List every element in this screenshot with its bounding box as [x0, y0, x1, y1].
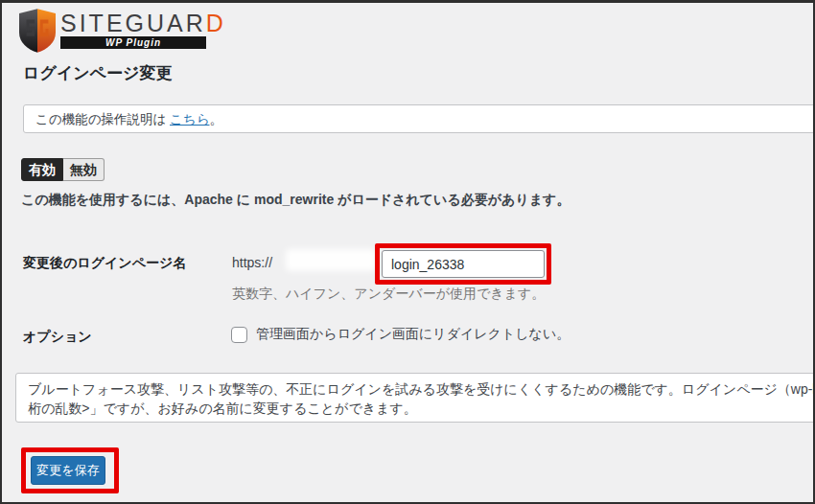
redirect-option-checkbox[interactable]: [231, 327, 247, 343]
description-line-1: ブルートフォース攻撃、リスト攻撃等の、不正にログインを試みる攻撃を受けにくくする…: [28, 379, 815, 399]
siteguard-logo: SITEGUARD WP Plugin: [19, 9, 226, 53]
description-line-2: 桁の乱数>」ですが、お好みの名前に変更することができます。: [28, 399, 815, 418]
help-info-box: この機能の操作説明は こちら。: [23, 104, 815, 133]
siteguard-shield-icon: [19, 9, 56, 53]
login-page-name-input[interactable]: [382, 250, 545, 278]
help-link[interactable]: こちら: [170, 112, 209, 126]
logo-subtitle: WP Plugin: [60, 36, 206, 49]
toggle-enabled-button[interactable]: 有効: [21, 158, 63, 181]
logo-title: SITEGUARD: [60, 11, 226, 35]
help-text-suffix: 。: [209, 112, 222, 126]
options-label: オプション: [23, 329, 92, 346]
login-page-name-label: 変更後のログインページ名: [23, 255, 186, 272]
annotation-box-input: [375, 243, 551, 285]
redacted-domain-blur: [286, 249, 376, 271]
enable-toggle: 有効 無効: [21, 158, 105, 181]
url-prefix: https://: [232, 255, 272, 270]
input-helper-text: 英数字、ハイフン、アンダーバーが使用できます。: [232, 286, 545, 303]
page-title: ログインページ変更: [23, 62, 172, 84]
logo-text: SITEGUARD WP Plugin: [60, 9, 226, 49]
siteguard-settings-window: SITEGUARD WP Plugin ログインページ変更 この機能の操作説明は…: [0, 0, 815, 504]
feature-description-box: ブルートフォース攻撃、リスト攻撃等の、不正にログインを試みる攻撃を受けにくくする…: [15, 373, 815, 423]
help-text: この機能の操作説明は: [35, 112, 170, 126]
option-row: 管理画面からログイン画面にリダイレクトしない。: [231, 326, 570, 343]
save-changes-button[interactable]: 変更を保存: [31, 456, 105, 485]
redirect-option-label: 管理画面からログイン画面にリダイレクトしない。: [256, 326, 570, 343]
toggle-disabled-button[interactable]: 無効: [63, 158, 105, 181]
mod-rewrite-note: この機能を使用するには、Apache に mod_rewrite がロードされて…: [21, 192, 570, 209]
